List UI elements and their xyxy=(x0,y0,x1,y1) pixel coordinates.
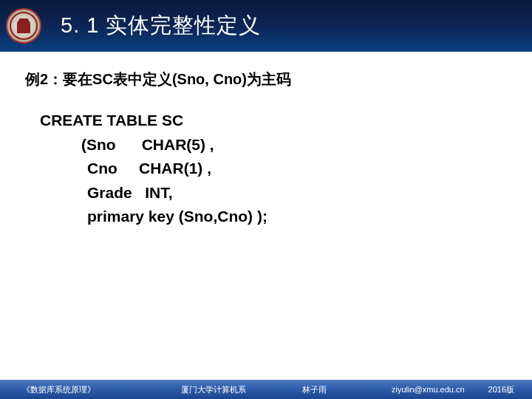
university-logo xyxy=(6,8,41,44)
footer-book: 《数据库系统原理》 xyxy=(22,384,95,395)
code-line-pk: primary key (Sno,Cno) ); xyxy=(87,205,507,229)
section-heading: 实体完整性定义 xyxy=(106,13,261,37)
slide-content: 例2：要在SC表中定义(Sno, Cno)为主码 CREATE TABLE SC… xyxy=(0,52,532,229)
footer-dept: 厦门大学计算机系 xyxy=(181,384,246,395)
code-line-grade: Grade INT, xyxy=(87,181,507,205)
code-line-sno: (Sno CHAR(5) , xyxy=(81,133,507,157)
code-line-cno: Cno CHAR(1) , xyxy=(87,157,507,181)
footer-version: 2016版 xyxy=(488,384,514,395)
example-description: 例2：要在SC表中定义(Sno, Cno)为主码 xyxy=(25,69,507,89)
section-number: 5. 1 xyxy=(61,13,99,37)
footer-author: 林子雨 xyxy=(302,384,327,395)
sql-code-block: CREATE TABLE SC (Sno CHAR(5) , Cno CHAR(… xyxy=(40,109,507,229)
code-line-create: CREATE TABLE SC xyxy=(40,109,507,133)
section-title: 5. 1 实体完整性定义 xyxy=(61,11,261,41)
footer-email: ziyulin@xmu.edu.cn xyxy=(392,385,465,394)
slide-header: 5. 1 实体完整性定义 xyxy=(0,0,532,52)
slide-footer: 《数据库系统原理》 厦门大学计算机系 林子雨 ziyulin@xmu.edu.c… xyxy=(0,380,532,399)
